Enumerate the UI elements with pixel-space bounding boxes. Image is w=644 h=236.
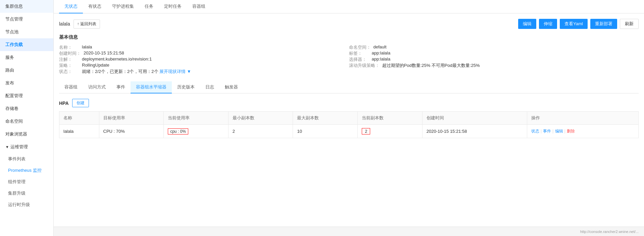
info-row-annotation: 注解： deployment.kubernetes.io/revision:1 — [59, 56, 349, 63]
cell-max-replicas: 10 — [293, 125, 358, 138]
info-row-namespace: 命名空间： default — [349, 44, 639, 50]
sidebar-item-node-manage[interactable]: 节点管理 — [0, 13, 53, 26]
chevron-down-icon: ▼ — [5, 145, 9, 149]
footer: http://console.rancher2.wnine.net/... — [54, 227, 644, 236]
redeploy-button[interactable]: 重新部署 — [590, 19, 617, 29]
tab-scheduled-task[interactable]: 定时任务 — [159, 0, 187, 13]
sidebar-item-config-manage[interactable]: 配置管理 — [0, 89, 53, 102]
cell-actions: 状态 | 事件 | 编辑 | 删除 — [527, 125, 638, 138]
sidebar-item-workload[interactable]: 工作负载 — [0, 38, 53, 51]
tab-has-status[interactable]: 有状态 — [83, 0, 107, 13]
sidebar-item-service[interactable]: 服务 — [0, 51, 53, 64]
sidebar-item-storage[interactable]: 存储卷 — [0, 102, 53, 115]
action-links: 状态 | 事件 | 编辑 | 删除 — [531, 128, 634, 134]
sidebar-item-cluster-info[interactable]: 集群信息 — [0, 0, 53, 13]
info-label-name: 名称： — [59, 44, 79, 50]
info-row-label: 标签： app:lalala — [349, 50, 639, 56]
hpa-header: HPA 创建 — [59, 99, 639, 107]
footer-text: http://console.rancher2.wnine.net/... — [580, 230, 639, 234]
sidebar-item-cluster-upgrade[interactable]: 集群升级 — [0, 188, 53, 199]
sep1: | — [541, 128, 542, 134]
sidebar-item-prometheus[interactable]: Prometheus 监控 — [0, 165, 53, 176]
scale-button[interactable]: 伸缩 — [539, 19, 557, 29]
action-event[interactable]: 事件 — [543, 128, 551, 134]
col-name: 名称 — [59, 112, 99, 125]
action-status[interactable]: 状态 — [531, 128, 539, 134]
action-delete[interactable]: 删除 — [567, 128, 575, 134]
col-actions: 操作 — [527, 112, 638, 125]
page-title: lalala — [59, 21, 70, 27]
sub-tab-hpa[interactable]: 容器组水平缩器 — [131, 81, 172, 93]
table-row: lalala CPU : 70% cpu : 0% 2 10 2 2020-10… — [59, 125, 639, 138]
cell-target-usage: CPU : 70% — [99, 125, 164, 138]
tab-daemon-set[interactable]: 守护进程集 — [107, 0, 139, 13]
info-row-rolling-policy: 滚动升级策略： 超过期望的Pod数量:25% 不可用Pod最大数量:25% — [349, 63, 639, 69]
info-value-rolling-policy: 超过期望的Pod数量:25% 不可用Pod最大数量:25% — [382, 63, 480, 69]
info-row-name: 名称： lalala — [59, 44, 349, 50]
info-row-status: 状态： 就绪：2/2个，已更新：2个，可用：2个 展开现状详情 ▼ — [59, 69, 349, 75]
expand-status-link[interactable]: 展开现状详情 ▼ — [159, 69, 191, 74]
sub-tab-trigger[interactable]: 触发器 — [219, 81, 243, 93]
info-label-annotation: 注解： — [59, 56, 79, 63]
tab-no-status[interactable]: 无状态 — [59, 0, 83, 13]
info-label-namespace: 命名空间： — [349, 44, 371, 50]
sidebar-item-node-pool[interactable]: 节点池 — [0, 26, 53, 38]
sidebar-item-runtime-upgrade[interactable]: 运行时升级 — [0, 199, 53, 210]
sub-tab-access-method[interactable]: 访问方式 — [83, 81, 111, 93]
info-row-strategy: 策略： RollingUpdate — [59, 63, 349, 69]
info-value-label: app:lalala — [372, 50, 391, 55]
info-value-annotation: deployment.kubernetes.io/revision:1 — [82, 56, 152, 62]
info-label-rolling-policy: 滚动升级策略： — [349, 63, 380, 69]
sidebar-item-event-list[interactable]: 事件列表 — [0, 153, 53, 165]
cell-current-usage: cpu : 0% — [164, 125, 229, 138]
sep2: | — [552, 128, 553, 134]
refresh-button[interactable]: 刷新 — [620, 19, 639, 29]
current-usage-badge: cpu : 0% — [168, 128, 188, 134]
sub-tab-history[interactable]: 历史版本 — [172, 81, 200, 93]
col-min-replicas: 最小副本数 — [228, 112, 293, 125]
cell-create-time: 2020-10-15 15:21:58 — [422, 125, 527, 138]
basic-info-title: 基本信息 — [59, 34, 639, 40]
view-yaml-button[interactable]: 查看Yaml — [560, 19, 588, 29]
sidebar-item-route[interactable]: 路由 — [0, 64, 53, 77]
tab-task[interactable]: 任务 — [139, 0, 159, 13]
content-area: lalala ↑ 返回列表 编辑 伸缩 查看Yaml 重新部署 刷新 基本信息 … — [54, 13, 644, 227]
info-label-status: 状态： — [59, 69, 79, 75]
sub-tab-event[interactable]: 事件 — [111, 81, 131, 93]
col-current-replicas: 当前副本数 — [358, 112, 423, 125]
top-tabs: 无状态 有状态 守护进程集 任务 定时任务 容器组 — [54, 0, 644, 13]
page-header-left: lalala ↑ 返回列表 — [59, 19, 100, 29]
cell-name: lalala — [59, 125, 99, 138]
sub-tab-log[interactable]: 日志 — [200, 81, 219, 93]
col-current-usage: 当前使用率 — [164, 112, 229, 125]
hpa-create-button[interactable]: 创建 — [72, 99, 89, 107]
col-target-usage: 目标使用率 — [99, 112, 164, 125]
info-value-name: lalala — [82, 44, 92, 49]
hpa-label: HPA — [59, 101, 69, 106]
cell-current-replicas: 2 — [358, 125, 423, 138]
current-replicas-badge: 2 — [362, 128, 370, 134]
sub-tab-container-group[interactable]: 容器组 — [59, 81, 83, 93]
basic-info-left: 名称： lalala 创建时间： 2020-10-15 15:21:58 注解：… — [59, 44, 349, 75]
col-create-time: 创建时间 — [422, 112, 527, 125]
sidebar: 集群信息 节点管理 节点池 工作负载 服务 路由 发布 配置管理 存储卷 命名空… — [0, 0, 54, 236]
col-max-replicas: 最大副本数 — [293, 112, 358, 125]
sep3: | — [564, 128, 565, 134]
sidebar-item-component-manage[interactable]: 组件管理 — [0, 176, 53, 188]
sidebar-item-object-browser[interactable]: 对象浏览器 — [0, 128, 53, 141]
basic-info-grid: 名称： lalala 创建时间： 2020-10-15 15:21:58 注解：… — [59, 44, 639, 75]
info-value-status: 就绪：2/2个，已更新：2个，可用：2个 展开现状详情 ▼ — [82, 69, 191, 75]
info-value-strategy: RollingUpdate — [82, 63, 109, 68]
info-value-create-time: 2020-10-15 15:21:58 — [84, 50, 124, 55]
info-label-selector: 选择器： — [349, 56, 369, 63]
sidebar-item-ops-manage[interactable]: ▼ 运维管理 — [0, 141, 53, 153]
table-header-row: 名称 目标使用率 当前使用率 最小副本数 最大副本数 当前副本数 创建时间 操作 — [59, 112, 639, 125]
cell-min-replicas: 2 — [228, 125, 293, 138]
edit-button[interactable]: 编辑 — [518, 19, 536, 29]
sidebar-item-namespace[interactable]: 命名空间 — [0, 115, 53, 128]
back-button[interactable]: ↑ 返回列表 — [73, 19, 100, 29]
action-edit[interactable]: 编辑 — [555, 128, 563, 134]
tab-container-group[interactable]: 容器组 — [187, 0, 211, 13]
sidebar-item-publish[interactable]: 发布 — [0, 77, 53, 89]
basic-info-right: 命名空间： default 标签： app:lalala 选择器： app:la… — [349, 44, 639, 75]
